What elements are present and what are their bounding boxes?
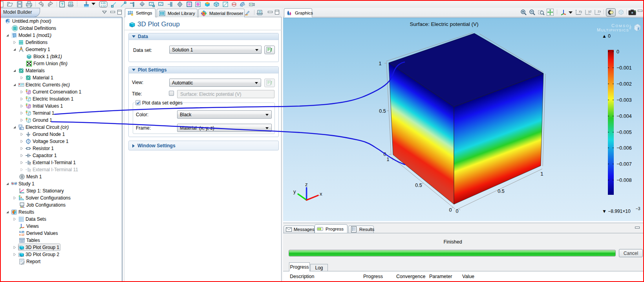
svg-text:?: ?: [61, 2, 63, 7]
svg-text:e-12: e-12: [19, 233, 24, 236]
svg-text:0: 0: [617, 49, 619, 55]
svg-text:?: ?: [259, 10, 261, 14]
svg-text:−0.003: −0.003: [617, 97, 632, 103]
svg-text:▼ −8.991×10: ▼ −8.991×10: [602, 209, 631, 214]
svg-text:x: x: [320, 191, 322, 197]
svg-text:z: z: [305, 181, 308, 187]
svg-text:e-12: e-12: [101, 4, 106, 7]
svg-text:0: 0: [449, 207, 452, 213]
svg-text:−3: −3: [636, 207, 640, 211]
svg-text:8.85: 8.85: [19, 231, 24, 233]
svg-text:0.5: 0.5: [498, 189, 504, 194]
svg-text:0: 0: [384, 152, 386, 157]
svg-text:xy: xy: [579, 9, 582, 13]
svg-text:−0.007: −0.007: [617, 161, 632, 167]
svg-text:0.5: 0.5: [379, 108, 386, 114]
svg-text:−0.001: −0.001: [617, 65, 632, 71]
svg-text:−0.004: −0.004: [617, 114, 632, 119]
svg-text:1: 1: [379, 61, 382, 66]
svg-text:−0.006: −0.006: [617, 145, 632, 151]
svg-text:zx: zx: [598, 9, 601, 13]
svg-text:−0.005: −0.005: [617, 130, 632, 135]
svg-text:0.5: 0.5: [415, 183, 422, 188]
svg-text:yz: yz: [588, 9, 591, 13]
svg-text:8.85: 8.85: [101, 2, 106, 4]
svg-text:?: ?: [70, 2, 72, 5]
svg-text:1: 1: [541, 171, 543, 177]
svg-text:1: 1: [387, 157, 390, 162]
svg-text:−0.002: −0.002: [617, 81, 632, 87]
svg-text:−0.008: −0.008: [617, 178, 632, 183]
svg-text:0: 0: [456, 209, 459, 214]
svg-text:y: y: [293, 189, 296, 194]
